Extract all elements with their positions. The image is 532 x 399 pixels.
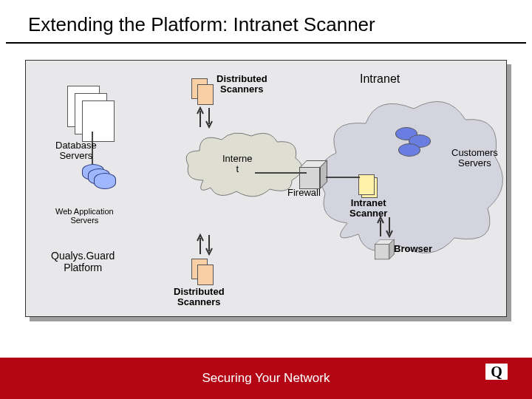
label-web-app-servers: Web ApplicationServers	[55, 207, 114, 225]
label-firewall: Firewall	[287, 188, 321, 198]
label-distributed-bottom: DistributedScanners	[174, 287, 225, 308]
line-internet-firewall	[255, 171, 307, 174]
diagram-panel: DistributedScanners Intranet DatabaseSer…	[25, 60, 507, 317]
arrows-bottom	[194, 232, 216, 257]
label-intranet: Intranet	[360, 72, 400, 86]
arrows-top	[194, 105, 216, 130]
page-title: Extending the Platform: Intranet Scanner	[0, 0, 532, 42]
footer-bar: Securing Your Network	[0, 358, 532, 399]
label-customers-servers: CustomersServers	[451, 148, 498, 169]
line-firewall-scanner	[326, 176, 360, 179]
logo-mark-icon: Q	[484, 362, 509, 381]
footer-text: Securing Your Network	[202, 371, 330, 386]
diagram: DistributedScanners Intranet DatabaseSer…	[25, 60, 507, 317]
slide: Extending the Platform: Intranet Scanner	[0, 0, 532, 399]
intranet-cloud	[314, 90, 505, 260]
label-database-servers: DatabaseServers	[55, 140, 97, 162]
label-distributed-top: DistributedScanners	[216, 74, 267, 95]
label-internet: Internet	[222, 154, 252, 175]
brand-logo: Q qualys	[474, 362, 519, 395]
label-intranet-scanner: IntranetScanner	[349, 198, 387, 219]
logo-text: qualys	[474, 383, 519, 390]
title-rule	[6, 42, 526, 44]
label-qualys-platform: Qualys.GuardPlatform	[51, 250, 115, 273]
label-browser: Browser	[394, 244, 432, 254]
